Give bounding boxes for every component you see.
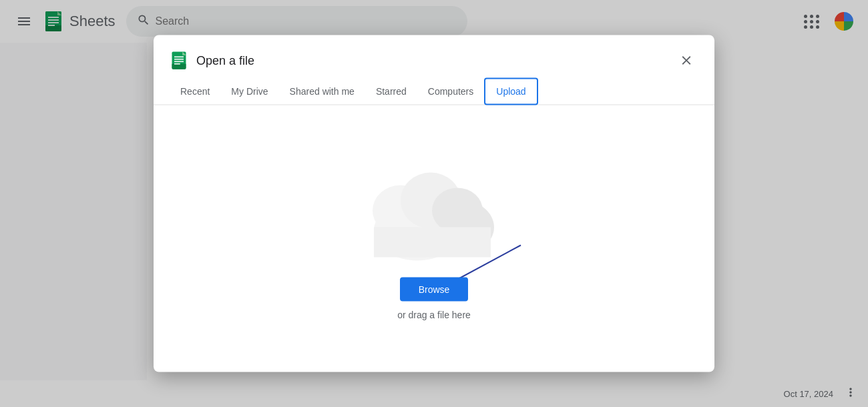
svg-point-15 (432, 188, 483, 234)
tab-recent[interactable]: Recent (170, 78, 220, 105)
drag-text: or drag a file here (397, 310, 471, 320)
svg-rect-10 (174, 56, 184, 57)
browse-button[interactable]: Browse (400, 278, 469, 302)
tab-my-drive[interactable]: My Drive (220, 78, 278, 105)
tab-starred[interactable]: Starred (365, 78, 417, 105)
dialog-header: Open a file (154, 35, 714, 73)
open-file-dialog: Open a file Recent My Drive Shared with … (154, 35, 714, 372)
dialog-body: Browse or drag a file here (154, 105, 714, 372)
dialog-sheets-icon (170, 51, 188, 70)
svg-rect-7 (174, 59, 184, 60)
tab-computers[interactable]: Computers (417, 78, 484, 105)
close-button[interactable] (674, 49, 698, 73)
svg-rect-8 (174, 61, 184, 62)
dialog-title: Open a file (196, 53, 666, 67)
svg-rect-16 (374, 228, 491, 258)
cloud-illustration (354, 157, 514, 264)
svg-rect-9 (174, 63, 180, 65)
dialog-tabs: Recent My Drive Shared with me Starred C… (154, 78, 714, 105)
tab-shared-with-me[interactable]: Shared with me (279, 78, 365, 105)
tab-upload[interactable]: Upload (484, 78, 537, 105)
